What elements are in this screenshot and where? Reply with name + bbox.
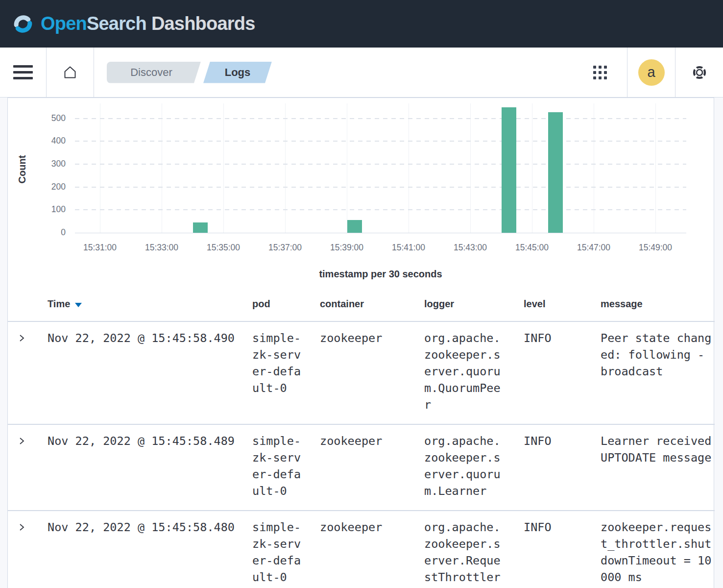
help-life-ring-icon — [692, 65, 707, 80]
column-header-time[interactable]: Time — [40, 287, 245, 321]
column-header-message[interactable]: message — [593, 287, 715, 321]
expand-row-button[interactable] — [18, 519, 25, 536]
column-header-label: message — [601, 298, 643, 309]
chevron-right-icon — [18, 333, 25, 343]
level-value: INFO — [524, 330, 593, 346]
log-row: Nov 22, 2022 @ 15:45:58.490simple-zk-ser… — [8, 321, 715, 424]
logger-value: org.apache.zookeeper.server.quorum.Quoru… — [424, 330, 506, 413]
x-gridline — [594, 103, 594, 233]
column-header-label: pod — [252, 298, 270, 309]
time-value: Nov 22, 2022 @ 15:45:58.490 — [48, 330, 245, 346]
x-tick-label: 15:43:00 — [439, 243, 501, 253]
column-header-pod[interactable]: pod — [245, 287, 313, 321]
x-gridline — [655, 103, 656, 233]
help-button[interactable] — [675, 48, 723, 97]
expand-row-button[interactable] — [18, 433, 25, 449]
x-tick-label: 15:33:00 — [131, 243, 193, 253]
column-header-logger[interactable]: logger — [417, 287, 516, 321]
histogram-bar[interactable] — [347, 220, 362, 233]
histogram-bar[interactable] — [502, 107, 516, 233]
column-header-label: container — [320, 298, 364, 309]
x-gridline — [223, 103, 224, 233]
histogram-chart: Count timestamp per 30 seconds 15:31:001… — [8, 98, 714, 287]
message-cell: Learner received UPTODATE message — [593, 424, 715, 511]
apps-grid-icon — [593, 66, 607, 79]
y-gridline — [75, 187, 686, 188]
hamburger-icon — [13, 65, 33, 79]
level-value: INFO — [524, 519, 593, 536]
y-tick-label: 200 — [26, 182, 66, 192]
x-tick-label: 15:35:00 — [193, 243, 254, 253]
expand-row-button[interactable] — [18, 330, 25, 346]
time-value: Nov 22, 2022 @ 15:45:58.480 — [48, 519, 245, 536]
message-cell: zookeeper.request_throttler.shutdownTime… — [593, 511, 715, 588]
x-tick-label: 15:47:00 — [563, 243, 625, 253]
y-gridline — [75, 141, 686, 142]
level-cell: INFO — [516, 511, 593, 588]
home-button[interactable] — [47, 48, 94, 97]
expand-cell — [8, 321, 40, 424]
container-cell: zookeeper — [313, 511, 417, 588]
chevron-right-icon — [18, 436, 25, 446]
x-gridline — [347, 103, 347, 233]
level-cell: INFO — [516, 321, 593, 424]
apps-grid-button[interactable] — [573, 48, 627, 97]
histogram-bar[interactable] — [193, 222, 208, 233]
column-header-level[interactable]: level — [516, 287, 593, 321]
home-icon — [62, 65, 78, 80]
expand-column-header — [8, 287, 40, 321]
opensearch-logo[interactable]: OpenSearchDashboards — [12, 13, 255, 35]
x-axis-title: timestamp per 30 seconds — [75, 269, 686, 280]
table-header-row: Timepodcontainerloggerlevelmessage — [8, 287, 715, 321]
sort-desc-icon[interactable] — [75, 303, 82, 307]
y-tick-label: 500 — [26, 113, 66, 123]
y-tick-label: 100 — [26, 204, 66, 215]
y-tick-label: 300 — [26, 159, 66, 169]
time-cell: Nov 22, 2022 @ 15:45:58.489 — [40, 424, 245, 511]
x-tick-label: 15:41:00 — [378, 243, 439, 253]
x-gridline — [100, 103, 100, 233]
avatar: a — [638, 59, 665, 86]
pod-cell: simple-zk-server-default-0 — [245, 511, 313, 588]
logger-cell: org.apache.zookeeper.server.quorum.Learn… — [417, 424, 516, 511]
message-cell: Peer state changed: following - broadcas… — [593, 321, 715, 424]
avatar-button[interactable]: a — [627, 48, 675, 97]
y-gridline — [75, 118, 686, 119]
column-header-label: level — [524, 298, 545, 309]
column-header-container[interactable]: container — [313, 287, 417, 321]
time-value: Nov 22, 2022 @ 15:45:58.489 — [48, 433, 245, 449]
app-header: OpenSearchDashboards — [0, 0, 723, 48]
breadcrumb-discover[interactable]: Discover — [107, 62, 201, 83]
container-value: zookeeper — [320, 433, 417, 449]
x-tick-label: 15:45:00 — [501, 243, 563, 253]
x-tick-label: 15:49:00 — [625, 243, 686, 253]
opensearch-logo-icon — [12, 13, 34, 35]
column-header-label: logger — [424, 298, 454, 309]
nav-spacer — [272, 48, 573, 97]
y-gridline — [75, 164, 686, 165]
nav-divider — [94, 48, 94, 97]
x-tick-label: 15:37:00 — [254, 243, 316, 253]
message-value: zookeeper.request_throttler.shutdownTime… — [601, 519, 715, 586]
container-value: zookeeper — [320, 330, 417, 346]
histogram-bar[interactable] — [548, 112, 563, 233]
pod-value: simple-zk-server-default-0 — [252, 330, 305, 396]
time-cell: Nov 22, 2022 @ 15:45:58.490 — [40, 321, 245, 424]
breadcrumb: DiscoverLogs — [107, 48, 272, 97]
time-cell: Nov 22, 2022 @ 15:45:58.480 — [40, 511, 245, 588]
brand-open: Open — [41, 13, 87, 34]
top-nav: DiscoverLogs a — [0, 48, 723, 98]
message-value: Peer state changed: following - broadcas… — [601, 330, 715, 380]
logger-cell: org.apache.zookeeper.server.RequestThrot… — [417, 511, 516, 588]
x-gridline — [470, 103, 471, 233]
breadcrumb-logs: Logs — [203, 62, 272, 83]
documents-table-section: Timepodcontainerloggerlevelmessage Nov 2… — [8, 287, 714, 588]
menu-button[interactable] — [0, 48, 46, 97]
expand-cell — [8, 511, 40, 588]
x-axis-line — [75, 233, 686, 233]
brand-title: OpenSearchDashboards — [41, 13, 255, 34]
discover-panel: Count timestamp per 30 seconds 15:31:001… — [7, 98, 714, 588]
x-tick-label: 15:31:00 — [69, 243, 131, 253]
y-tick-label: 400 — [26, 136, 66, 146]
container-cell: zookeeper — [313, 424, 417, 511]
